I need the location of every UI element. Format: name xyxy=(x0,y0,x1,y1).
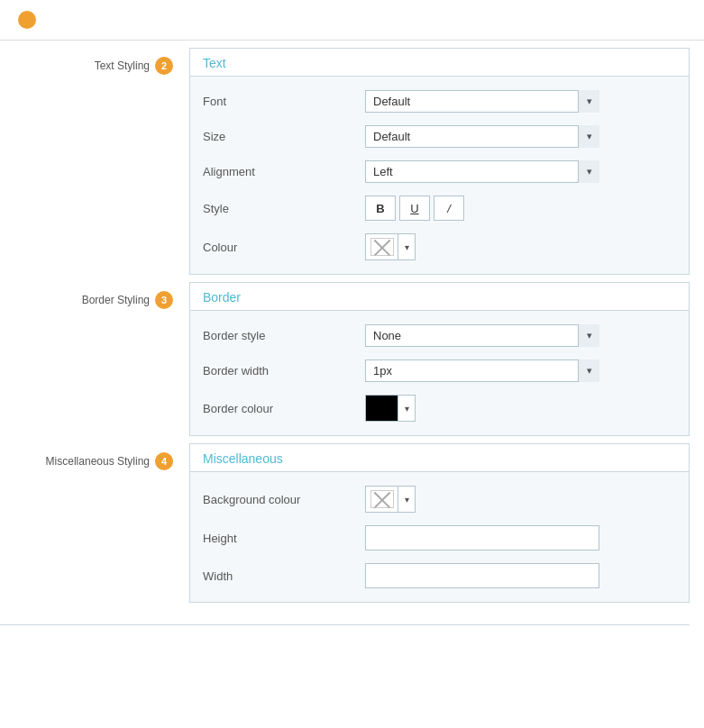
field-control-width xyxy=(365,563,676,588)
section-title-border-styling: Border xyxy=(190,283,689,311)
field-control-border-width: 1px2px3px4px5px▾ xyxy=(365,359,676,382)
section-panel-border-styling: BorderBorder styleNoneSolidDashedDottedD… xyxy=(189,282,690,436)
transparent-icon-colour xyxy=(370,238,394,256)
field-row-height: Height xyxy=(190,519,689,557)
select-size[interactable]: Default8px10px12px14px16px18px24px xyxy=(365,125,599,148)
colour-dropdown-arrow-border-colour[interactable]: ▾ xyxy=(398,396,415,421)
element-name-badge xyxy=(18,11,36,29)
colour-swatch-border-colour xyxy=(366,396,398,421)
select-font[interactable]: DefaultArialHelveticaTimes New Roman xyxy=(365,90,599,113)
section-badge-text-styling: 2 xyxy=(155,57,173,75)
field-row-border-width: Border width1px2px3px4px5px▾ xyxy=(190,353,689,388)
select-wrapper-alignment: LeftCenterRightJustify▾ xyxy=(365,160,599,183)
select-border-width[interactable]: 1px2px3px4px5px xyxy=(365,359,599,382)
section-badge-misc-styling: 4 xyxy=(155,452,173,470)
section-sidebar-label-text-styling: Text Styling xyxy=(95,59,150,72)
select-wrapper-size: Default8px10px12px14px16px18px24px▾ xyxy=(365,125,599,148)
style-btn-bold[interactable]: B xyxy=(365,196,396,221)
field-label-height: Height xyxy=(203,532,365,545)
field-label-size: Size xyxy=(203,130,365,143)
field-control-alignment: LeftCenterRightJustify▾ xyxy=(365,160,676,183)
field-row-style: StyleBU/ xyxy=(190,189,689,227)
field-row-background-colour: Background colour▾ xyxy=(190,479,689,519)
section-panel-misc-styling: MiscellaneousBackground colour▾HeightWid… xyxy=(189,443,690,603)
section-label-col-misc-styling: Miscellaneous Styling4 xyxy=(0,443,189,603)
section-panel-text-styling: TextFontDefaultArialHelveticaTimes New R… xyxy=(189,48,690,275)
field-row-width: Width xyxy=(190,557,689,595)
field-row-colour: Colour▾ xyxy=(190,227,689,267)
field-label-background-colour: Background colour xyxy=(203,493,365,506)
section-label-col-text-styling: Text Styling2 xyxy=(0,48,189,275)
colour-swatch-background-colour xyxy=(366,487,398,512)
style-buttons-style: BU/ xyxy=(365,196,464,221)
field-label-font: Font xyxy=(203,95,365,108)
field-row-size: SizeDefault8px10px12px14px16px18px24px▾ xyxy=(190,119,689,154)
text-input-width[interactable] xyxy=(365,563,599,588)
field-row-font: FontDefaultArialHelveticaTimes New Roman… xyxy=(190,84,689,119)
colour-box-background-colour[interactable]: ▾ xyxy=(365,486,416,513)
section-title-misc-styling: Miscellaneous xyxy=(190,444,689,472)
text-input-height[interactable] xyxy=(365,525,599,551)
section-sidebar-label-border-styling: Border Styling xyxy=(82,294,150,306)
field-control-font: DefaultArialHelveticaTimes New Roman▾ xyxy=(365,90,676,113)
section-misc-styling: Miscellaneous Styling4MiscellaneousBackg… xyxy=(0,443,704,603)
field-control-height xyxy=(365,525,676,551)
section-badge-border-styling: 3 xyxy=(155,291,173,309)
section-border-styling: Border Styling3BorderBorder styleNoneSol… xyxy=(0,282,704,436)
page-header xyxy=(0,0,704,41)
select-wrapper-border-style: NoneSolidDashedDottedDouble▾ xyxy=(365,324,599,347)
transparent-icon-background-colour xyxy=(370,490,394,508)
main-content: Text Styling2TextFontDefaultArialHelveti… xyxy=(0,41,704,617)
select-wrapper-font: DefaultArialHelveticaTimes New Roman▾ xyxy=(365,90,599,113)
field-row-alignment: AlignmentLeftCenterRightJustify▾ xyxy=(190,154,689,189)
field-row-border-colour: Border colour▾ xyxy=(190,388,689,428)
field-label-width: Width xyxy=(203,569,365,583)
colour-dropdown-arrow-background-colour[interactable]: ▾ xyxy=(398,487,415,512)
field-label-border-width: Border width xyxy=(203,364,365,378)
select-alignment[interactable]: LeftCenterRightJustify xyxy=(365,160,599,183)
section-label-wrapper-border-styling: Border Styling3 xyxy=(82,291,182,309)
section-body-misc-styling: Background colour▾HeightWidth xyxy=(190,472,689,602)
field-label-alignment: Alignment xyxy=(203,165,365,178)
select-wrapper-border-width: 1px2px3px4px5px▾ xyxy=(365,359,599,382)
field-label-border-style: Border style xyxy=(203,329,365,342)
section-label-wrapper-text-styling: Text Styling2 xyxy=(95,57,182,75)
section-sidebar-label-misc-styling: Miscellaneous Styling xyxy=(46,455,150,468)
section-text-styling: Text Styling2TextFontDefaultArialHelveti… xyxy=(0,48,704,275)
section-label-wrapper-misc-styling: Miscellaneous Styling4 xyxy=(46,452,182,470)
colour-box-colour[interactable]: ▾ xyxy=(365,233,416,260)
section-body-text-styling: FontDefaultArialHelveticaTimes New Roman… xyxy=(190,77,689,274)
field-control-size: Default8px10px12px14px16px18px24px▾ xyxy=(365,125,676,148)
field-label-style: Style xyxy=(203,202,365,215)
page: Text Styling2TextFontDefaultArialHelveti… xyxy=(0,0,704,625)
field-label-colour: Colour xyxy=(203,241,365,254)
field-control-border-colour: ▾ xyxy=(365,395,676,422)
style-btn-italic[interactable]: / xyxy=(434,196,464,221)
section-title-text-styling: Text xyxy=(190,49,689,77)
field-control-border-style: NoneSolidDashedDottedDouble▾ xyxy=(365,324,676,347)
field-control-background-colour: ▾ xyxy=(365,486,676,513)
field-label-border-colour: Border colour xyxy=(203,402,365,415)
field-control-colour: ▾ xyxy=(365,233,676,260)
field-row-border-style: Border styleNoneSolidDashedDottedDouble▾ xyxy=(190,318,689,353)
section-body-border-styling: Border styleNoneSolidDashedDottedDouble▾… xyxy=(190,311,689,435)
style-btn-underline[interactable]: U xyxy=(399,196,430,221)
select-border-style[interactable]: NoneSolidDashedDottedDouble xyxy=(365,324,599,347)
colour-box-border-colour[interactable]: ▾ xyxy=(365,395,416,422)
colour-swatch-colour xyxy=(366,234,398,259)
section-label-col-border-styling: Border Styling3 xyxy=(0,282,189,436)
colour-dropdown-arrow-colour[interactable]: ▾ xyxy=(398,234,415,259)
field-control-style: BU/ xyxy=(365,196,676,221)
